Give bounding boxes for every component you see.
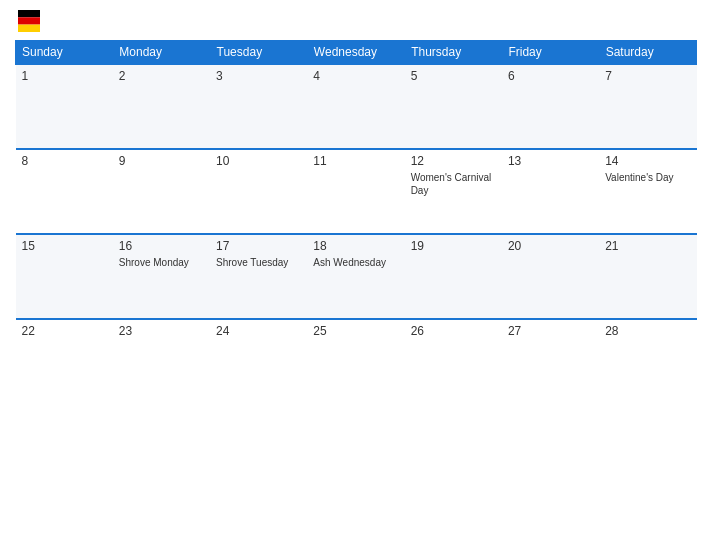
weekday-monday: Monday [113,41,210,65]
day-number: 19 [411,239,496,253]
day-number: 1 [22,69,107,83]
day-cell-3: 3 [210,64,307,149]
day-cell-17: 17Shrove Tuesday [210,234,307,319]
day-cell-9: 9 [113,149,210,234]
day-cell-18: 18Ash Wednesday [307,234,404,319]
day-cell-2: 2 [113,64,210,149]
svg-rect-1 [18,17,40,24]
event-label: Women's Carnival Day [411,171,496,197]
day-number: 11 [313,154,398,168]
day-cell-14: 14Valentine's Day [599,149,696,234]
day-cell-20: 20 [502,234,599,319]
day-cell-1: 1 [16,64,113,149]
day-cell-8: 8 [16,149,113,234]
svg-rect-2 [18,25,40,32]
day-number: 28 [605,324,690,338]
day-number: 23 [119,324,204,338]
day-number: 24 [216,324,301,338]
day-number: 3 [216,69,301,83]
event-label: Shrove Monday [119,256,204,269]
week-row-4: 22232425262728 [16,319,697,404]
day-cell-16: 16Shrove Monday [113,234,210,319]
day-number: 27 [508,324,593,338]
calendar-page: SundayMondayTuesdayWednesdayThursdayFrid… [0,0,712,550]
day-cell-27: 27 [502,319,599,404]
day-number: 12 [411,154,496,168]
day-number: 13 [508,154,593,168]
day-cell-19: 19 [405,234,502,319]
day-number: 16 [119,239,204,253]
week-row-1: 1234567 [16,64,697,149]
day-cell-6: 6 [502,64,599,149]
day-number: 17 [216,239,301,253]
weekday-wednesday: Wednesday [307,41,404,65]
day-cell-26: 26 [405,319,502,404]
day-cell-22: 22 [16,319,113,404]
flag-icon [18,10,40,32]
day-number: 8 [22,154,107,168]
day-number: 22 [22,324,107,338]
day-number: 10 [216,154,301,168]
day-number: 20 [508,239,593,253]
week-row-2: 89101112Women's Carnival Day1314Valentin… [16,149,697,234]
header [15,10,697,32]
day-cell-25: 25 [307,319,404,404]
day-number: 14 [605,154,690,168]
week-row-3: 1516Shrove Monday17Shrove Tuesday18Ash W… [16,234,697,319]
day-number: 18 [313,239,398,253]
weekday-header-row: SundayMondayTuesdayWednesdayThursdayFrid… [16,41,697,65]
day-number: 4 [313,69,398,83]
day-cell-11: 11 [307,149,404,234]
day-number: 21 [605,239,690,253]
weekday-saturday: Saturday [599,41,696,65]
day-number: 15 [22,239,107,253]
day-cell-15: 15 [16,234,113,319]
day-cell-12: 12Women's Carnival Day [405,149,502,234]
weekday-tuesday: Tuesday [210,41,307,65]
day-number: 25 [313,324,398,338]
day-number: 7 [605,69,690,83]
event-label: Ash Wednesday [313,256,398,269]
day-cell-4: 4 [307,64,404,149]
day-cell-24: 24 [210,319,307,404]
day-number: 2 [119,69,204,83]
day-cell-28: 28 [599,319,696,404]
day-number: 6 [508,69,593,83]
day-cell-13: 13 [502,149,599,234]
day-cell-23: 23 [113,319,210,404]
calendar-table: SundayMondayTuesdayWednesdayThursdayFrid… [15,40,697,404]
weekday-sunday: Sunday [16,41,113,65]
event-label: Shrove Tuesday [216,256,301,269]
day-number: 5 [411,69,496,83]
event-label: Valentine's Day [605,171,690,184]
weekday-thursday: Thursday [405,41,502,65]
day-cell-5: 5 [405,64,502,149]
logo [15,10,40,32]
svg-rect-0 [18,10,40,17]
day-cell-21: 21 [599,234,696,319]
day-cell-10: 10 [210,149,307,234]
day-number: 26 [411,324,496,338]
weekday-friday: Friday [502,41,599,65]
day-number: 9 [119,154,204,168]
day-cell-7: 7 [599,64,696,149]
